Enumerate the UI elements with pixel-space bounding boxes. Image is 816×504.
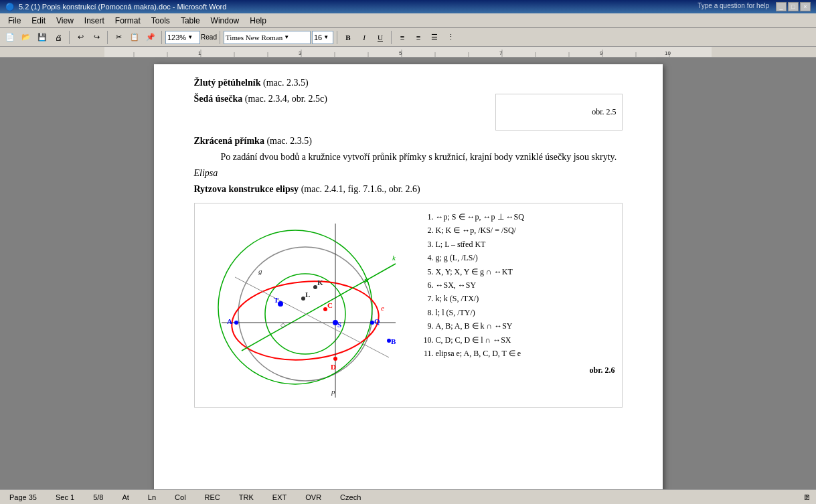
bold-button[interactable]: B <box>341 30 355 45</box>
cut-button[interactable]: ✂ <box>111 30 126 45</box>
menu-view[interactable]: View <box>51 15 79 27</box>
status-rec: REC <box>201 493 224 501</box>
rytzova-ref: (mac. 2.4.1, fig. 7.1.6., obr. 2.6) <box>301 184 420 194</box>
heading-zlut-text: Žlutý pětúhelník <box>194 78 261 88</box>
obr25-box: obr. 2.5 <box>495 94 623 131</box>
numbering-button[interactable]: ⋮ <box>443 30 458 45</box>
step-2: K; K ∈ ↔p, /KS/ = /SQ/ <box>436 224 615 237</box>
elipsa-heading-row: Elipsa <box>194 168 623 179</box>
toolbar: 📄 📂 💾 🖨 ↩ ↪ ✂ 📋 📌 123% ▼ Read Times New … <box>0 28 816 47</box>
title-bar: 🔵 5.2 (1) Popis konstrukcí (Pomocná makr… <box>0 0 816 13</box>
save-button[interactable]: 💾 <box>35 30 50 45</box>
font-size-box[interactable]: 16 ▼ <box>312 31 333 44</box>
font-name-box[interactable]: Times New Roman ▼ <box>224 31 311 44</box>
sep1 <box>69 31 70 44</box>
close-button[interactable]: × <box>800 2 811 11</box>
menu-insert[interactable]: Insert <box>79 15 110 27</box>
svg-text:7: 7 <box>499 50 503 56</box>
menu-help[interactable]: Help <box>244 15 272 27</box>
help-text: Type a question for help <box>698 2 769 11</box>
para1-text: Po zadání dvou bodů a kružnice vytvoří p… <box>221 152 617 162</box>
menu-bar: File Edit View Insert Format Tools Table… <box>0 13 816 28</box>
zoom-arrow: ▼ <box>187 34 193 40</box>
svg-text:g: g <box>258 267 262 275</box>
title-bar-buttons: Type a question for help _ □ × <box>698 2 811 11</box>
seda-row: Šedá úsečka (mac. 2.3.4, obr. 2.5c) obr.… <box>194 94 623 131</box>
minimize-button[interactable]: _ <box>776 2 787 11</box>
svg-text:Q: Q <box>374 317 380 325</box>
copy-button[interactable]: 📋 <box>127 30 142 45</box>
svg-text:×: × <box>364 276 370 286</box>
step-7: k; k (S, /TX/) <box>436 292 615 305</box>
status-icon: 🖹 <box>803 493 811 501</box>
status-page: Page 35 <box>5 493 41 501</box>
redo-button[interactable]: ↪ <box>89 30 104 45</box>
new-button[interactable]: 📄 <box>3 30 17 45</box>
figure-caption: obr. 2.6 <box>422 363 615 377</box>
size-dd-arrow: ▼ <box>323 34 329 40</box>
zoom-box[interactable]: 123% ▼ <box>165 31 200 44</box>
step-5: X, Y; X, Y ∈ g ∩ ↔KT <box>436 265 615 278</box>
font-size-value: 16 <box>314 33 322 41</box>
status-bar: Page 35 Sec 1 5/8 At Ln Col REC TRK EXT … <box>0 489 816 504</box>
bullets-button[interactable]: ☰ <box>427 30 442 45</box>
sep3 <box>161 31 162 44</box>
svg-text:10: 10 <box>665 50 671 56</box>
menu-window[interactable]: Window <box>206 15 245 27</box>
svg-text:1: 1 <box>198 50 201 56</box>
status-col: Col <box>171 493 190 501</box>
step-11: elipsa e; A, B, C, D, T ∈ e <box>436 347 615 360</box>
svg-text:B: B <box>391 337 396 345</box>
seda-ref: (mac. 2.3.4, obr. 2.5c) <box>245 94 327 104</box>
italic-button[interactable]: I <box>357 30 372 45</box>
sep6 <box>391 31 392 44</box>
page: Žlutý pětúhelník (mac. 2.3.5) Šedá úsečk… <box>154 64 663 489</box>
svg-text:◇: ◇ <box>280 321 286 329</box>
menu-edit[interactable]: Edit <box>26 15 51 27</box>
ellipse-figure: p g k e K L <box>201 210 409 398</box>
undo-button[interactable]: ↩ <box>73 30 88 45</box>
title-bar-icon: 🔵 <box>5 3 15 11</box>
svg-text:S: S <box>337 321 341 329</box>
heading-zlut-ref: (mac. 2.3.5) <box>263 78 309 88</box>
zkracena-row: Zkrácená přímka (mac. 2.3.5) <box>194 136 623 147</box>
underline-button[interactable]: U <box>373 30 388 45</box>
read-button[interactable]: Read <box>201 30 216 45</box>
menu-file[interactable]: File <box>3 15 26 27</box>
font-name-value: Times New Roman <box>226 33 282 41</box>
svg-text:D: D <box>331 363 336 371</box>
italic-label: I <box>363 33 365 41</box>
print-button[interactable]: 🖨 <box>51 30 66 45</box>
svg-rect-26 <box>201 210 409 398</box>
steps-list: ↔p; S ∈ ↔p, ↔p ⊥ ↔SQ K; K ∈ ↔p, /KS/ = /… <box>422 210 615 360</box>
menu-table[interactable]: Table <box>175 15 206 27</box>
svg-rect-1 <box>712 47 713 58</box>
status-lang: Czech <box>336 493 365 501</box>
para1: Po zadání dvou bodů a kružnice vytvoří p… <box>194 152 623 163</box>
svg-point-53 <box>333 357 337 361</box>
rytzova-heading: Rytzova konstrukce elipsy <box>194 184 299 194</box>
menu-tools[interactable]: Tools <box>146 15 175 27</box>
restore-button[interactable]: □ <box>788 2 799 11</box>
open-button[interactable]: 📂 <box>19 30 33 45</box>
svg-text:C: C <box>327 301 333 309</box>
svg-text:9: 9 <box>600 50 603 56</box>
paste-button[interactable]: 📌 <box>143 30 158 45</box>
figure-svg-container: p g k e K L <box>201 210 416 400</box>
sep5 <box>337 31 337 44</box>
figure-steps: ↔p; S ∈ ↔p, ↔p ⊥ ↔SQ K; K ∈ ↔p, /KS/ = /… <box>422 210 615 400</box>
status-sec: Sec 1 <box>52 493 78 501</box>
obr26-label: obr. 2.6 <box>590 365 615 375</box>
align-left-button[interactable]: ≡ <box>395 30 410 45</box>
align-center-button[interactable]: ≡ <box>411 30 426 45</box>
status-at: At <box>118 493 133 501</box>
elipsa-heading: Elipsa <box>194 168 218 178</box>
status-ovr: OVR <box>301 493 325 501</box>
status-pos: 5/8 <box>89 493 107 501</box>
sep2 <box>107 31 108 44</box>
svg-text:T: T <box>274 296 279 304</box>
svg-rect-2 <box>104 47 712 58</box>
underline-label: U <box>378 33 383 41</box>
menu-format[interactable]: Format <box>110 15 146 27</box>
svg-text:e: e <box>381 304 384 312</box>
